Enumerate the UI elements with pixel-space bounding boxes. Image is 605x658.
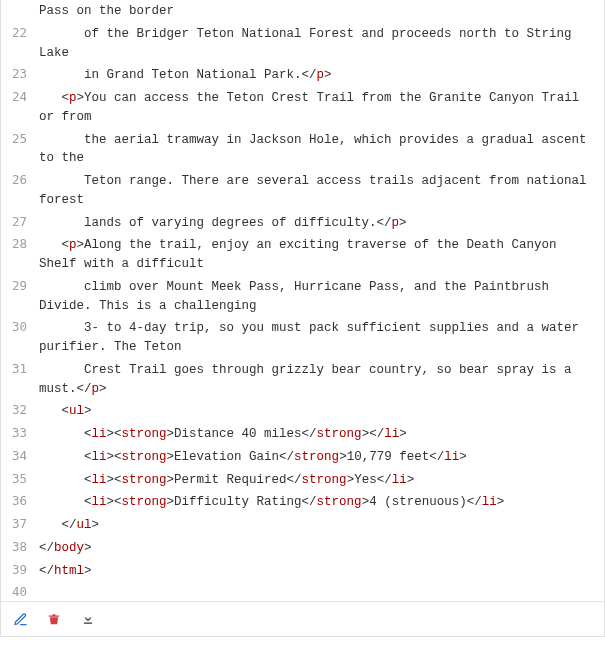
download-icon[interactable] [79,610,97,628]
line-number: 28 [1,234,35,253]
line-content[interactable]: Teton range. There are several access tr… [35,170,604,212]
code-line[interactable]: 39</html> [1,560,604,583]
line-content[interactable]: Crest Trail goes through grizzly bear co… [35,359,604,401]
text-token: > [399,216,407,230]
line-number: 26 [1,170,35,189]
line-number: 40 [1,582,35,601]
line-content[interactable]: <li><strong>Permit Required</strong>Yes<… [35,469,604,492]
tag-token: strong [302,473,347,487]
tag-token: li [444,450,459,464]
line-content[interactable]: </html> [35,560,604,583]
text-token: > [92,518,100,532]
tag-token: strong [294,450,339,464]
line-content[interactable]: lands of varying degrees of difficulty.<… [35,212,604,235]
line-content[interactable]: </body> [35,537,604,560]
trash-icon[interactable] [45,610,63,628]
tag-token: html [54,564,84,578]
line-content[interactable]: <li><strong>Distance 40 miles</strong></… [35,423,604,446]
text-token: >Yes</ [347,473,392,487]
tag-token: strong [317,495,362,509]
tag-token: p [317,68,325,82]
text-token: > [399,427,407,441]
line-content[interactable] [35,582,604,586]
text-token: lands of varying degrees of difficulty.<… [39,216,392,230]
line-content[interactable]: in Grand Teton National Park.</p> [35,64,604,87]
text-token: </ [39,518,77,532]
code-line[interactable]: 34 <li><strong>Elevation Gain</strong>10… [1,446,604,469]
text-token: </ [39,541,54,555]
tag-token: p [69,238,77,252]
text-token: < [39,238,69,252]
text-token: >Elevation Gain</ [167,450,295,464]
text-token: < [39,404,69,418]
code-line[interactable]: 24 <p>You can access the Teton Crest Tra… [1,87,604,129]
code-line[interactable]: 28 <p>Along the trail, enjoy an exciting… [1,234,604,276]
text-token: < [39,495,92,509]
code-line[interactable]: 35 <li><strong>Permit Required</strong>Y… [1,469,604,492]
code-line[interactable]: 31 Crest Trail goes through grizzly bear… [1,359,604,401]
line-content[interactable]: </ul> [35,514,604,537]
code-line[interactable]: 32 <ul> [1,400,604,423]
line-content[interactable]: <p>You can access the Teton Crest Trail … [35,87,604,129]
tag-token: strong [122,495,167,509]
line-number: 33 [1,423,35,442]
text-token: > [324,68,332,82]
edit-icon[interactable] [11,610,29,628]
text-token: Pass on the border [39,4,174,18]
code-line[interactable]: 25 the aerial tramway in Jackson Hole, w… [1,129,604,171]
code-line[interactable]: 40 [1,582,604,601]
text-token: >< [107,427,122,441]
text-token: < [39,450,92,464]
code-line[interactable]: 22 of the Bridger Teton National Forest … [1,23,604,65]
code-line[interactable]: 30 3- to 4-day trip, so you must pack su… [1,317,604,359]
code-line[interactable]: Pass on the border [1,0,604,23]
text-token: Teton range. There are several access tr… [39,174,594,207]
text-token: 3- to 4-day trip, so you must pack suffi… [39,321,587,354]
line-number: 31 [1,359,35,378]
tag-token: li [92,495,107,509]
line-content[interactable]: <li><strong>Elevation Gain</strong>10,77… [35,446,604,469]
text-token: >Permit Required</ [167,473,302,487]
text-token: </ [39,564,54,578]
code-area[interactable]: Pass on the border22 of the Bridger Teto… [1,0,604,601]
text-token: > [84,564,92,578]
line-content[interactable]: <p>Along the trail, enjoy an exciting tr… [35,234,604,276]
text-token: >4 (strenuous)</ [362,495,482,509]
code-line[interactable]: 33 <li><strong>Distance 40 miles</strong… [1,423,604,446]
code-line[interactable]: 36 <li><strong>Difficulty Rating</strong… [1,491,604,514]
tag-token: p [69,91,77,105]
text-token: > [99,382,107,396]
code-line[interactable]: 37 </ul> [1,514,604,537]
code-line[interactable]: 23 in Grand Teton National Park.</p> [1,64,604,87]
line-content[interactable]: Pass on the border [35,0,604,23]
line-number: 30 [1,317,35,336]
tag-token: body [54,541,84,555]
tag-token: li [392,473,407,487]
text-token: in Grand Teton National Park.</ [39,68,317,82]
tag-token: li [384,427,399,441]
code-line[interactable]: 29 climb over Mount Meek Pass, Hurricane… [1,276,604,318]
line-content[interactable]: of the Bridger Teton National Forest and… [35,23,604,65]
text-token: of the Bridger Teton National Forest and… [39,27,579,60]
line-number: 39 [1,560,35,579]
text-token: >Distance 40 miles</ [167,427,317,441]
tag-token: p [392,216,400,230]
text-token: >< [107,473,122,487]
text-token: >< [107,450,122,464]
line-number: 35 [1,469,35,488]
text-token: > [407,473,415,487]
line-content[interactable]: the aerial tramway in Jackson Hole, whic… [35,129,604,171]
text-token: < [39,91,69,105]
text-token: > [459,450,467,464]
tag-token: strong [122,473,167,487]
text-token: > [84,541,92,555]
code-line[interactable]: 26 Teton range. There are several access… [1,170,604,212]
tag-token: li [482,495,497,509]
code-line[interactable]: 38</body> [1,537,604,560]
code-line[interactable]: 27 lands of varying degrees of difficult… [1,212,604,235]
line-content[interactable]: <li><strong>Difficulty Rating</strong>4 … [35,491,604,514]
line-content[interactable]: <ul> [35,400,604,423]
line-content[interactable]: 3- to 4-day trip, so you must pack suffi… [35,317,604,359]
line-content[interactable]: climb over Mount Meek Pass, Hurricane Pa… [35,276,604,318]
text-token: > [84,404,92,418]
